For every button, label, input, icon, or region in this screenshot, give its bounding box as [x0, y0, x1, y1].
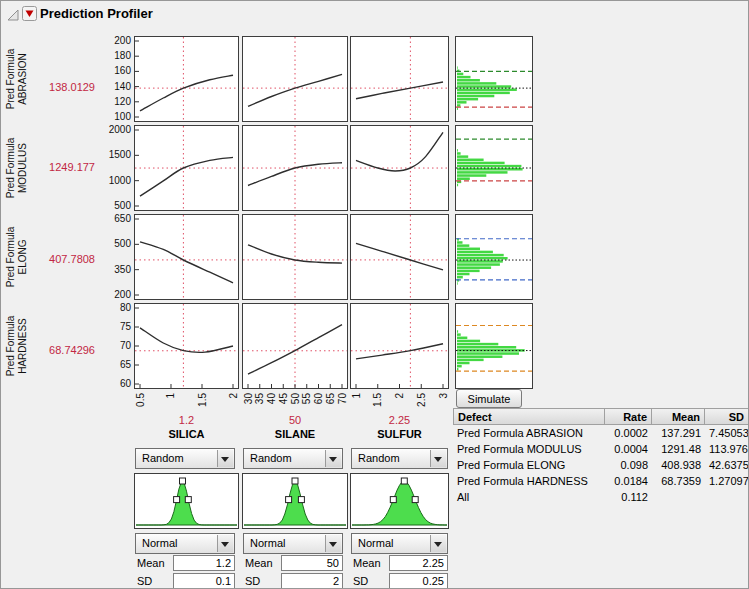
factor-current-value[interactable]: 50 — [243, 414, 347, 426]
svg-text:45: 45 — [278, 393, 289, 405]
y-tick-label: 200 — [97, 35, 131, 46]
factor-sulfur-distribution-dropdown[interactable]: Normal — [351, 533, 448, 554]
simulate-button[interactable]: Simulate — [456, 389, 522, 408]
svg-text:65: 65 — [325, 393, 336, 405]
factor-sulfur-random-dropdown[interactable]: Random — [351, 448, 448, 469]
x-tick-labels: 11.522.53 — [351, 390, 448, 414]
dropdown-arrow-icon — [430, 450, 446, 467]
svg-text:3: 3 — [438, 393, 449, 399]
outline-title-bar: Prediction Profiler — [1, 1, 748, 27]
defect-table-cell: 42.6375 — [705, 457, 749, 473]
profile-cell-elong-silica[interactable] — [135, 215, 238, 299]
factor-current-value[interactable]: 1.2 — [135, 414, 238, 426]
response-axis-label: Pred FormulaHARDNESS — [3, 304, 35, 388]
profile-cell-modulus-silica[interactable] — [135, 126, 238, 210]
factor-silica-distribution-graph[interactable] — [135, 474, 238, 528]
defect-table-cell: Pred Formula ELONG — [453, 457, 605, 473]
y-tick-label: 100 — [97, 111, 131, 122]
svg-text:2.5: 2.5 — [416, 393, 427, 407]
response-current-value[interactable]: 138.0129 — [35, 81, 95, 93]
y-tick-label: 350 — [97, 264, 131, 275]
response-current-value[interactable]: 407.7808 — [35, 253, 95, 265]
svg-text:55: 55 — [301, 393, 312, 405]
factor-sulfur-random-dropdown-label: Random — [358, 452, 400, 464]
defect-table-cell: 137.291 — [652, 425, 705, 441]
defect-table-cell: Pred Formula HARDNESS — [453, 473, 605, 489]
profile-cell-elong-silane[interactable] — [243, 215, 347, 299]
dropdown-arrow-icon — [325, 535, 341, 552]
factor-silica-random-dropdown-label: Random — [142, 452, 184, 464]
svg-text:Pred Formula: Pred Formula — [5, 137, 16, 198]
svg-text:30: 30 — [243, 393, 254, 405]
defect-table-cell — [652, 489, 705, 505]
profile-cell-abrasion-silane[interactable] — [243, 37, 347, 121]
defect-table-header-cell: Rate — [605, 408, 652, 425]
profile-cell-modulus-silane[interactable] — [243, 126, 347, 210]
factor-sulfur-distribution-graph[interactable] — [351, 474, 448, 528]
response-current-value[interactable]: 1249.177 — [35, 161, 95, 173]
y-tick-label: 1500 — [97, 149, 131, 160]
defect-table-cell: 0.0002 — [605, 425, 652, 441]
factor-name: SILICA — [135, 428, 238, 440]
defect-table-cell: Pred Formula MODULUS — [453, 441, 605, 457]
y-tick-label: 650 — [97, 213, 131, 224]
defect-table-cell: 7.45053 — [705, 425, 749, 441]
red-triangle-menu-button[interactable] — [22, 6, 37, 21]
factor-silica-random-dropdown[interactable]: Random — [135, 448, 235, 469]
svg-text:Pred Formula: Pred Formula — [5, 226, 16, 287]
factor-silane-random-dropdown-label: Random — [250, 452, 292, 464]
dropdown-arrow-icon — [217, 450, 233, 467]
sd-label: SD — [137, 575, 152, 587]
defect-table-row: Pred Formula MODULUS0.00041291.48113.976 — [453, 441, 749, 457]
svg-text:Pred Formula: Pred Formula — [5, 48, 16, 109]
factor-silica-mean-field[interactable] — [173, 555, 235, 571]
y-tick-label: 120 — [97, 96, 131, 107]
factor-silane-mean-field[interactable] — [281, 555, 343, 571]
profile-cell-hardness-sulfur[interactable] — [351, 304, 448, 388]
factor-silica-sd-field[interactable] — [173, 573, 235, 589]
factor-silica-distribution-dropdown[interactable]: Normal — [135, 533, 235, 554]
factor-silane-distribution-dropdown[interactable]: Normal — [243, 533, 343, 554]
defect-table-cell: 68.7359 — [652, 473, 705, 489]
svg-text:0.5: 0.5 — [135, 393, 146, 407]
svg-text:ABRASION: ABRASION — [17, 53, 28, 105]
factor-name: SULFUR — [351, 428, 448, 440]
dropdown-arrow-icon — [430, 535, 446, 552]
profile-cell-hardness-silane[interactable] — [243, 304, 347, 388]
defect-table-cell: 0.0184 — [605, 473, 652, 489]
prediction-profiler-window: Prediction Profiler Pred FormulaABRASION… — [0, 0, 749, 589]
simulation-histogram-abrasion — [456, 37, 532, 121]
factor-silane-random-dropdown[interactable]: Random — [243, 448, 343, 469]
y-tick-label: 200 — [97, 289, 131, 300]
factor-sulfur-mean-field[interactable] — [389, 555, 448, 571]
y-tick-label: 1000 — [97, 175, 131, 186]
mean-label: Mean — [137, 557, 165, 569]
svg-text:1: 1 — [351, 393, 362, 399]
profile-cell-hardness-silica[interactable] — [135, 304, 238, 388]
dropdown-arrow-icon — [325, 450, 341, 467]
defect-table-row: Pred Formula ELONG0.098408.93842.6375 — [453, 457, 749, 473]
svg-text:70: 70 — [337, 393, 348, 405]
y-tick-label: 180 — [97, 50, 131, 61]
profile-cell-abrasion-sulfur[interactable] — [351, 37, 448, 121]
profile-cell-modulus-sulfur[interactable] — [351, 126, 448, 210]
defect-table-header-cell: Defect — [453, 408, 605, 425]
factor-silane-sd-field[interactable] — [281, 573, 343, 589]
y-tick-label: 500 — [97, 200, 131, 211]
response-axis-label: Pred FormulaABRASION — [3, 37, 35, 121]
factor-silane-distribution-graph[interactable] — [243, 474, 347, 528]
profile-cell-elong-sulfur[interactable] — [351, 215, 448, 299]
factor-sulfur-sd-field[interactable] — [389, 573, 448, 589]
defect-table-cell: 1.27097 — [705, 473, 749, 489]
profile-cell-abrasion-silica[interactable] — [135, 37, 238, 121]
response-current-value[interactable]: 68.74296 — [35, 344, 95, 356]
y-tick-label: 65 — [97, 359, 131, 370]
svg-text:Pred Formula: Pred Formula — [5, 315, 16, 376]
disclosure-triangle-icon[interactable] — [7, 9, 19, 21]
dropdown-arrow-icon — [217, 535, 233, 552]
factor-current-value[interactable]: 2.25 — [351, 414, 448, 426]
factor-sulfur-distribution-dropdown-label: Normal — [358, 537, 393, 549]
y-tick-label: 75 — [97, 321, 131, 332]
defect-table-cell: 408.938 — [652, 457, 705, 473]
defect-table-header-cell: SD — [705, 408, 749, 425]
